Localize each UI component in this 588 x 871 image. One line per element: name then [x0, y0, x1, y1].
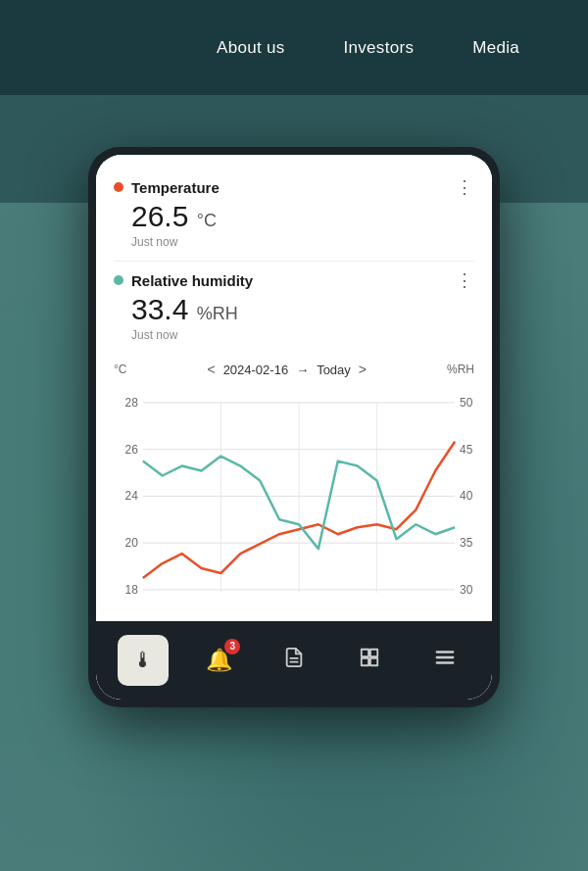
navbar: About us Investors Media — [0, 0, 588, 95]
humidity-time: Just now — [131, 328, 474, 342]
chart-next-arrow[interactable]: > — [359, 362, 367, 377]
temp-time: Just now — [131, 235, 474, 249]
svg-rect-21 — [370, 650, 377, 656]
sensor-area: Temperature ⋮ 26.5 °C Just now — [96, 155, 492, 354]
chart-container: °C < 2024-02-16 → Today > %RH — [96, 354, 492, 621]
bottom-nav: 🌡 🔔 3 — [96, 621, 492, 700]
humidity-title-row: Relative humidity — [114, 272, 253, 289]
notification-badge: 3 — [224, 639, 240, 654]
temp-dot — [114, 182, 123, 192]
temp-number: 26.5 — [131, 200, 188, 232]
bottom-nav-notifications[interactable]: 🔔 3 — [193, 635, 244, 686]
svg-rect-20 — [362, 650, 368, 656]
temp-unit: °C — [197, 211, 217, 230]
humidity-menu[interactable]: ⋮ — [456, 269, 474, 291]
svg-text:18: 18 — [125, 583, 139, 597]
chart-arrow-right-date: → — [296, 363, 309, 377]
chart-nav-center: < 2024-02-16 → Today > — [207, 362, 367, 377]
temp-header: Temperature ⋮ — [114, 176, 474, 198]
phone-wrapper: Temperature ⋮ 26.5 °C Just now — [88, 147, 500, 707]
humidity-number: 33.4 — [131, 293, 188, 325]
svg-text:30: 30 — [460, 583, 473, 597]
chart-date: 2024-02-16 — [223, 363, 289, 377]
temp-value: 26.5 °C — [131, 200, 474, 233]
bottom-nav-documents[interactable] — [269, 635, 319, 686]
temp-title: Temperature — [131, 179, 220, 196]
bottom-nav-menu[interactable] — [419, 635, 470, 686]
bottom-nav-thermometer[interactable]: 🌡 — [118, 635, 169, 686]
bottom-nav-layers[interactable] — [344, 635, 395, 686]
svg-text:26: 26 — [125, 443, 139, 457]
humidity-header: Relative humidity ⋮ — [114, 269, 474, 291]
nav-about[interactable]: About us — [187, 28, 315, 68]
humidity-dot — [114, 275, 123, 285]
humidity-unit: %RH — [197, 304, 238, 323]
chart-right-axis-label: %RH — [447, 363, 474, 376]
svg-text:40: 40 — [460, 489, 473, 503]
svg-text:24: 24 — [125, 489, 139, 503]
svg-rect-23 — [370, 658, 377, 665]
svg-text:20: 20 — [125, 536, 139, 550]
layers-icon — [359, 647, 380, 674]
menu-icon — [434, 647, 456, 674]
humidity-value: 33.4 %RH — [131, 293, 474, 326]
chart-left-axis-label: °C — [114, 363, 126, 376]
svg-text:35: 35 — [460, 536, 473, 550]
svg-text:50: 50 — [460, 396, 473, 410]
chart-svg-wrapper: 28 26 24 20 18 50 45 40 35 30 — [104, 383, 484, 621]
chart-svg: 28 26 24 20 18 50 45 40 35 30 — [104, 383, 484, 617]
document-icon — [283, 647, 305, 674]
chart-prev-arrow[interactable]: < — [207, 362, 215, 377]
chart-today-label: Today — [317, 363, 351, 377]
nav-investors[interactable]: Investors — [315, 28, 444, 68]
phone: Temperature ⋮ 26.5 °C Just now — [88, 147, 500, 707]
chart-nav: °C < 2024-02-16 → Today > %RH — [104, 354, 484, 383]
temperature-card: Temperature ⋮ 26.5 °C Just now — [114, 169, 474, 262]
nav-media[interactable]: Media — [443, 28, 549, 68]
svg-text:45: 45 — [460, 443, 473, 457]
humidity-card: Relative humidity ⋮ 33.4 %RH Just now — [114, 262, 474, 354]
svg-text:28: 28 — [125, 396, 139, 410]
temp-title-row: Temperature — [114, 179, 220, 196]
humidity-title: Relative humidity — [131, 272, 253, 289]
svg-rect-22 — [362, 658, 368, 665]
thermometer-icon: 🌡 — [132, 648, 154, 673]
phone-screen: Temperature ⋮ 26.5 °C Just now — [96, 155, 492, 700]
temp-menu[interactable]: ⋮ — [456, 176, 474, 198]
